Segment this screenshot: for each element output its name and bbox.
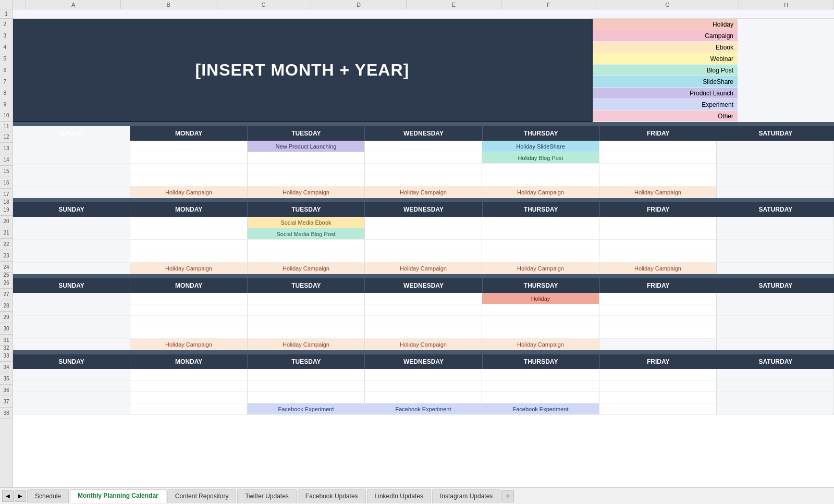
w2-r23-mon <box>130 251 248 263</box>
w4-r38-sun <box>13 403 130 415</box>
rh-23: 23 <box>0 250 13 262</box>
w1-r13-fri <box>599 141 717 152</box>
week1-tuesday: TUESDAY <box>248 126 365 141</box>
rh-1: 1 <box>0 9 13 19</box>
w1-r16-sat <box>717 175 834 187</box>
w2-r20-mon <box>130 217 248 228</box>
week2-row23 <box>13 251 834 263</box>
week3-tuesday: TUESDAY <box>248 278 365 293</box>
add-sheet-btn[interactable]: + <box>501 490 514 502</box>
week4-saturday: SATURDAY <box>717 354 834 369</box>
rh-19: 19 <box>0 204 13 216</box>
week2-tuesday: TUESDAY <box>248 202 365 217</box>
week1-row16 <box>13 175 834 187</box>
w2-r21-wed <box>365 228 482 240</box>
tab-bar: ◀ ▶ Schedule Monthly Planning Calendar C… <box>0 487 834 504</box>
sep-row-32 <box>13 350 834 354</box>
w4-r34-wed <box>365 369 482 380</box>
w3-r30-thu <box>482 327 599 339</box>
week4-monday: MONDAY <box>130 354 248 369</box>
week2-day-headers: SUNDAY MONDAY TUESDAY WEDNESDAY THURSDAY… <box>13 202 834 217</box>
w3-r31-thu: Holiday Campaign <box>482 339 599 350</box>
w2-r24-thu: Holiday Campaign <box>482 263 599 274</box>
w3-r27-tue <box>248 293 365 304</box>
legend-slideshare: SlideShare <box>593 76 738 88</box>
rh-36: 36 <box>0 385 13 396</box>
tab-next-btn[interactable]: ▶ <box>15 490 26 502</box>
w4-r36-thu <box>482 392 599 403</box>
w4-r35-sat <box>717 380 834 392</box>
tab-facebook-updates[interactable]: Facebook Updates <box>298 489 366 503</box>
w4-r38-fri <box>599 403 717 415</box>
w1-r15-sun <box>13 164 130 175</box>
w2-r24-wed: Holiday Campaign <box>365 263 482 274</box>
w4-r34-mon <box>130 369 248 380</box>
week4-row38: Facebook Experiment Facebook Experiment … <box>13 403 834 415</box>
rh-17: 17 <box>0 189 13 200</box>
week1-saturday: SATURDAY <box>717 126 834 141</box>
week2-row20: Social Media Ebook <box>13 217 834 228</box>
w3-r29-fri <box>599 316 717 327</box>
tab-schedule[interactable]: Schedule <box>27 489 69 503</box>
w3-r30-tue <box>248 327 365 339</box>
w2-r22-thu <box>482 240 599 251</box>
tab-content-repository[interactable]: Content Repository <box>167 489 237 503</box>
w4-r35-mon <box>130 380 248 392</box>
w1-r15-thu <box>482 164 599 175</box>
week1-monday: MONDAY <box>130 126 248 141</box>
rh-25: 25 <box>0 273 13 277</box>
w1-r16-tue <box>248 175 365 187</box>
w2-r20-thu <box>482 217 599 228</box>
col-header-row <box>13 0 26 9</box>
w2-r23-sun <box>13 251 130 263</box>
tab-instagram-updates[interactable]: Instagram Updates <box>432 489 500 503</box>
legend-blogpost: Blog Post <box>593 65 738 76</box>
w1-r14-sun <box>13 152 130 164</box>
w2-r21-thu <box>482 228 599 240</box>
legend-ebook: Ebook <box>593 42 738 53</box>
w1-r13-sun <box>13 141 130 152</box>
col-header-c: C <box>216 0 311 9</box>
w1-r14-wed <box>365 152 482 164</box>
w1-r16-mon <box>130 175 248 187</box>
w1-r15-wed <box>365 164 482 175</box>
w1-r17-sun <box>13 187 130 198</box>
w3-r29-mon <box>130 316 248 327</box>
w4-r36-sun <box>13 392 130 403</box>
w1-r13-wed <box>365 141 482 152</box>
w2-r24-fri: Holiday Campaign <box>599 263 717 274</box>
legend-experiment: Experiment <box>593 99 738 110</box>
header-title: [INSERT MONTH + YEAR] <box>195 60 409 80</box>
w3-r29-wed <box>365 316 482 327</box>
week4-wednesday: WEDNESDAY <box>365 354 482 369</box>
rh-27: 27 <box>0 289 13 300</box>
w2-r20-fri <box>599 217 717 228</box>
rh-31: 31 <box>0 335 13 346</box>
legend-campaign: Campaign <box>593 30 738 42</box>
tab-monthly-planning[interactable]: Monthly Planning Calendar <box>70 489 166 503</box>
week2-saturday: SATURDAY <box>717 202 834 217</box>
w1-r17-fri: Holiday Campaign <box>599 187 717 198</box>
week1-row17-campaign: Holiday Campaign Holiday Campaign Holida… <box>13 187 834 198</box>
sep-row-11 <box>13 122 834 126</box>
w2-r24-sat <box>717 263 834 274</box>
w2-r22-wed <box>365 240 482 251</box>
w3-r29-tue <box>248 316 365 327</box>
w4-r35-sun <box>13 380 130 392</box>
w1-r16-wed <box>365 175 482 187</box>
tab-prev-btn[interactable]: ◀ <box>2 490 14 502</box>
rh-13: 13 <box>0 143 13 154</box>
week1-row14: Holiday Blog Post <box>13 152 834 164</box>
tab-twitter-updates[interactable]: Twitter Updates <box>237 489 296 503</box>
w1-r16-sun <box>13 175 130 187</box>
w2-r21-sat <box>717 228 834 240</box>
w2-r21-sun <box>13 228 130 240</box>
tab-linkedin-updates[interactable]: LinkedIn Updates <box>367 489 431 503</box>
w4-r34-sun <box>13 369 130 380</box>
rh-24: 24 <box>0 262 13 273</box>
w4-r36-fri <box>599 392 717 403</box>
w3-r31-mon: Holiday Campaign <box>130 339 248 350</box>
row-num-spacer <box>0 0 13 9</box>
week3-row31-campaign: Holiday Campaign Holiday Campaign Holida… <box>13 339 834 350</box>
w4-r38-tue: Facebook Experiment <box>248 403 365 415</box>
